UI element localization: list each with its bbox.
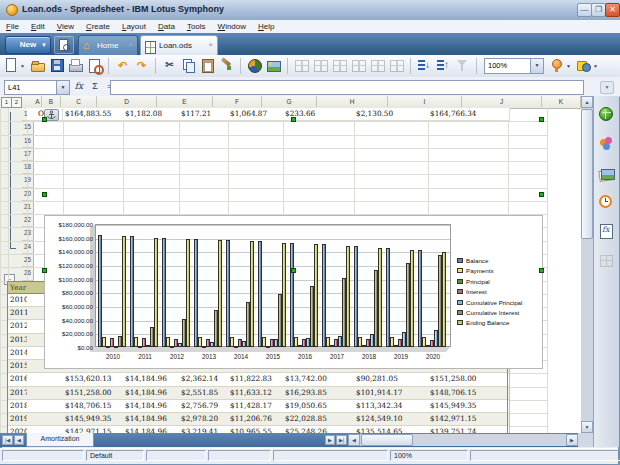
functions-panel-icon[interactable]: fx: [598, 223, 615, 240]
selection-handle[interactable]: [291, 117, 296, 122]
menu-window[interactable]: Window: [212, 20, 252, 33]
selection-handle[interactable]: [539, 268, 544, 273]
table-cell[interactable]: $11,206.76: [228, 413, 285, 426]
table-cell[interactable]: $14,184.96: [123, 373, 181, 386]
column-header-E[interactable]: E: [157, 96, 213, 107]
column-header-C[interactable]: C: [61, 96, 97, 107]
selection-handle[interactable]: [539, 117, 544, 122]
sort-ascending-button[interactable]: ↓: [416, 57, 433, 74]
horizontal-scrollbar[interactable]: ◀ ▶: [348, 434, 578, 446]
table-cell[interactable]: $13,742.00: [283, 373, 356, 386]
zoom-combobox[interactable]: 100%▼: [484, 58, 544, 74]
cut-button[interactable]: ✂: [161, 57, 178, 74]
table-cell[interactable]: $145,949.35: [63, 413, 125, 426]
cell-value[interactable]: $1,182.08: [123, 108, 181, 121]
print-button[interactable]: [67, 57, 84, 74]
browser-panel-icon[interactable]: [598, 106, 615, 123]
chevron-down-icon[interactable]: ▼: [20, 63, 25, 69]
selection-handle[interactable]: [291, 268, 296, 273]
gallery-button[interactable]: [265, 57, 282, 74]
format-brush-button[interactable]: [218, 57, 235, 74]
column-header-A[interactable]: A: [34, 96, 42, 107]
table-cell[interactable]: $19,050.65: [283, 400, 356, 413]
table-cell[interactable]: [27, 400, 65, 413]
table-cell[interactable]: $14,184.96: [123, 387, 181, 400]
menu-tools[interactable]: Tools: [181, 20, 212, 33]
selection-handle[interactable]: [42, 117, 47, 122]
new-button[interactable]: New▼: [5, 36, 51, 54]
table-cell[interactable]: $14,184.96: [123, 413, 181, 426]
table-cell[interactable]: $11,633.12: [228, 387, 285, 400]
scroll-right-icon[interactable]: ▶: [566, 434, 578, 446]
open-button[interactable]: [29, 57, 46, 74]
column-header-F[interactable]: F: [213, 96, 262, 107]
next-sheet-icon[interactable]: ▶: [325, 435, 335, 445]
previous-sheet-icon[interactable]: ◀: [14, 435, 24, 445]
vertical-scrollbar-thumb[interactable]: [581, 109, 593, 239]
chevron-down-icon[interactable]: ▼: [566, 63, 571, 69]
cell-value[interactable]: $164,883.55: [63, 108, 125, 121]
clock-panel-icon[interactable]: [598, 194, 615, 211]
zoom-status[interactable]: 100%: [390, 450, 468, 461]
chevron-down-icon[interactable]: ▼: [593, 63, 598, 69]
sum-button[interactable]: Σ: [88, 79, 102, 93]
cell-value[interactable]: $2,130.50: [354, 108, 430, 121]
sort-descending-button[interactable]: ↑: [435, 57, 452, 74]
table-cell[interactable]: [27, 373, 65, 386]
table-cell[interactable]: $148,706.15: [63, 400, 125, 413]
column-header-J[interactable]: J: [462, 96, 542, 107]
close-tab-icon[interactable]: ×: [128, 40, 133, 49]
cell-value[interactable]: $1,064.87: [228, 108, 285, 121]
scroll-left-icon[interactable]: ◀: [348, 434, 360, 446]
column-header-B[interactable]: B: [42, 96, 61, 107]
table-cell[interactable]: $14,184.96: [123, 400, 181, 413]
close-tab-icon[interactable]: ×: [208, 40, 213, 49]
paste-button[interactable]: [199, 57, 216, 74]
table-cell[interactable]: 2019: [8, 413, 29, 426]
save-button[interactable]: [48, 57, 65, 74]
table-cell[interactable]: 2013: [8, 334, 29, 347]
images-panel-icon[interactable]: [598, 166, 615, 183]
table-cell[interactable]: $142,971.15: [428, 413, 510, 426]
cell-reference-box[interactable]: L41 ▼: [4, 80, 70, 95]
column-header-I[interactable]: I: [388, 96, 462, 107]
table-cell[interactable]: 2012: [8, 320, 29, 333]
new-document-button[interactable]: ▼: [2, 57, 19, 74]
chevron-down-icon[interactable]: ▼: [41, 38, 47, 53]
outline-level-button-2[interactable]: 2: [11, 97, 22, 108]
table-cell[interactable]: $101,914.17: [354, 387, 430, 400]
formula-bar-expand-icon[interactable]: ▼: [600, 81, 614, 94]
table-cell[interactable]: $145,949.35: [428, 400, 510, 413]
menu-edit[interactable]: Edit: [25, 20, 51, 33]
table-cell[interactable]: $2,551.85: [179, 387, 230, 400]
table-cell[interactable]: $148,706.15: [428, 387, 510, 400]
column-header-K[interactable]: K: [542, 96, 581, 107]
selection-handle[interactable]: [539, 192, 544, 197]
menu-view[interactable]: View: [51, 20, 80, 33]
table-cell[interactable]: 2018: [8, 400, 29, 413]
horizontal-scrollbar-thumb[interactable]: [361, 434, 413, 446]
table-cell[interactable]: $90,281.05: [354, 373, 430, 386]
table-cell[interactable]: 2014: [8, 347, 29, 360]
tab-loan-ods[interactable]: Loan.ods ×: [140, 35, 218, 57]
table-cell[interactable]: 2017: [8, 387, 29, 400]
graphics-button[interactable]: ▼: [575, 57, 592, 74]
tab-home[interactable]: ⌂ Home ×: [78, 35, 138, 57]
style-status[interactable]: Default: [86, 450, 144, 461]
table-cell[interactable]: 2015: [8, 360, 29, 373]
table-cell[interactable]: $2,978.20: [179, 413, 230, 426]
table-cell[interactable]: 2010: [8, 294, 29, 307]
undo-button[interactable]: ↶: [114, 57, 131, 74]
clipart-panel-icon[interactable]: [598, 136, 615, 153]
table-cell[interactable]: $124,549.10: [354, 413, 430, 426]
table-cell[interactable]: $151,258.00: [63, 387, 125, 400]
formula-input[interactable]: [110, 80, 584, 95]
table-cell[interactable]: 2016: [8, 373, 29, 386]
copy-button[interactable]: [180, 57, 197, 74]
table-cell[interactable]: $16,293.85: [283, 387, 356, 400]
cell-value[interactable]: $117.21: [179, 108, 230, 121]
chevron-down-icon[interactable]: ▼: [530, 59, 543, 73]
print-preview-button[interactable]: [86, 57, 103, 74]
table-cell[interactable]: $22,028.85: [283, 413, 356, 426]
column-header-H[interactable]: H: [317, 96, 388, 107]
